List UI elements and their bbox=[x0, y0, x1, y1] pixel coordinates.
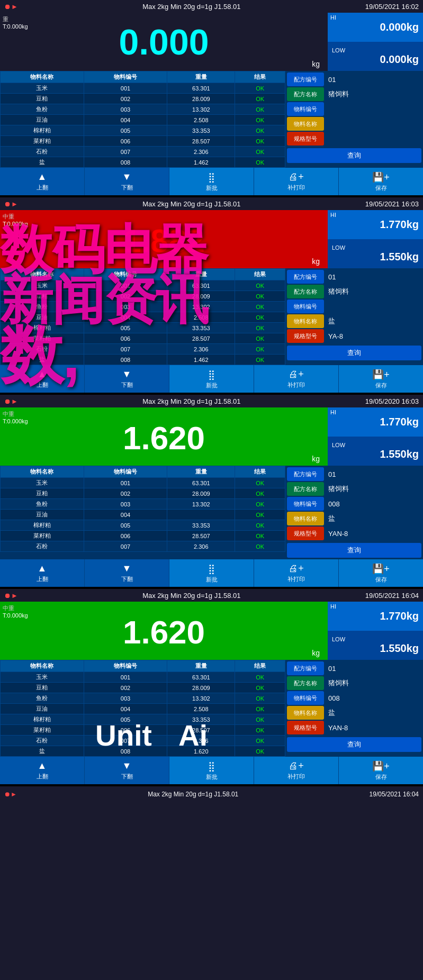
weight-area: 中重T:0.000kg1.882kgHI1.770kgLOW1.550kg bbox=[0, 210, 423, 268]
table-row: 盐0081.620OK bbox=[1, 746, 285, 757]
hi-label: HI bbox=[330, 14, 336, 21]
button-bar: ▲上翻▼下翻⣿新批🖨+补打印💾+保存 bbox=[0, 365, 423, 393]
btn-补打印[interactable]: 🖨+补打印 bbox=[254, 168, 339, 195]
table-cell: 2.306 bbox=[167, 147, 235, 157]
info-label: 配方名称 bbox=[287, 87, 324, 101]
table-cell: 28.507 bbox=[167, 725, 235, 736]
btn-上翻[interactable]: ▲上翻 bbox=[0, 365, 85, 393]
table-cell: 33.353 bbox=[167, 520, 235, 531]
info-row-0: 配方编号01 bbox=[287, 72, 421, 86]
button-label: 补打印 bbox=[287, 773, 305, 781]
btn-补打印[interactable]: 🖨+补打印 bbox=[254, 559, 339, 587]
data-table: 物料名称物料编号重量结果玉米00163.301OK豆粕00228.009OK鱼粉… bbox=[0, 268, 285, 365]
table-cell: OK bbox=[235, 714, 285, 725]
datetime: 19/05/2020 16:03 bbox=[365, 397, 419, 405]
status-indicator: ⏺► bbox=[4, 3, 18, 11]
button-bar: ▲上翻▼下翻⣿新批🖨+补打印💾+保存 bbox=[0, 559, 423, 587]
status-left: ⏺► bbox=[4, 791, 17, 798]
table-row: 鱼粉00313.302OK bbox=[1, 499, 285, 510]
table-cell: 豆油 bbox=[1, 115, 84, 125]
table-row: 盐0081.462OK bbox=[1, 355, 285, 365]
weight-main: 中重T:0.000kg1.620kg bbox=[0, 602, 328, 660]
table-cell: 玉米 bbox=[1, 83, 84, 94]
table-header: 物料编号 bbox=[84, 466, 167, 478]
btn-补打印[interactable]: 🖨+补打印 bbox=[254, 365, 339, 393]
info-row-2: 物料编号008 bbox=[287, 497, 421, 511]
table-row: 豆油0042.508OK bbox=[1, 704, 285, 714]
btn-新批[interactable]: ⣿新批 bbox=[169, 168, 254, 195]
btn-保存[interactable]: 💾+保存 bbox=[339, 757, 423, 784]
query-button[interactable]: 查询 bbox=[287, 543, 421, 558]
weight-unit: kg bbox=[5, 455, 322, 463]
info-row-2: 物料编号 bbox=[287, 102, 421, 116]
scale-info: Max 2kg Min 20g d=1g J1.58.01 bbox=[142, 200, 240, 208]
zero-label: 中重 bbox=[3, 604, 14, 612]
info-row-2: 物料编号 bbox=[287, 300, 421, 313]
btn-新批[interactable]: ⣿新批 bbox=[169, 365, 254, 393]
button-icon: ⣿ bbox=[208, 563, 215, 575]
zero-label: 重 bbox=[3, 15, 8, 23]
btn-保存[interactable]: 💾+保存 bbox=[339, 559, 423, 587]
info-value: 猪饲料 bbox=[326, 89, 421, 99]
table-cell: 008 bbox=[84, 746, 167, 757]
hi-value: 1.770kg bbox=[332, 416, 419, 428]
table-area: 物料名称物料编号重量结果玉米00163.301OK豆粕00228.009OK鱼粉… bbox=[0, 71, 423, 168]
btn-补打印[interactable]: 🖨+补打印 bbox=[254, 757, 339, 784]
table-cell: OK bbox=[235, 125, 285, 136]
btn-下翻[interactable]: ▼下翻 bbox=[85, 559, 169, 587]
low-value: 1.550kg bbox=[332, 251, 419, 263]
info-value: YAN-8 bbox=[326, 724, 421, 732]
info-value: 盐 bbox=[326, 316, 421, 326]
table-cell: 玉米 bbox=[1, 280, 84, 291]
info-value: YAN-8 bbox=[326, 530, 421, 538]
table-cell: OK bbox=[235, 291, 285, 302]
query-button[interactable]: 查询 bbox=[287, 737, 421, 752]
table-cell: 棉籽粕 bbox=[1, 323, 84, 333]
table-row: 鱼粉00313.302OK bbox=[1, 104, 285, 115]
info-row-4: 规格型号YA-8 bbox=[287, 329, 421, 343]
info-row-3: 物料名称盐 bbox=[287, 314, 421, 328]
btn-新批[interactable]: ⣿新批 bbox=[169, 757, 254, 784]
table-cell: OK bbox=[235, 725, 285, 736]
query-button[interactable]: 查询 bbox=[287, 346, 421, 360]
hi-label: HI bbox=[330, 212, 336, 218]
btn-下翻[interactable]: ▼下翻 bbox=[85, 168, 169, 195]
table-cell: 2.306 bbox=[167, 541, 235, 552]
table-cell: 豆粕 bbox=[1, 488, 84, 499]
table-row: 石粉0072.306OK bbox=[1, 736, 285, 746]
table-cell: 2.508 bbox=[167, 704, 235, 714]
status-indicator: ⏺► bbox=[4, 200, 18, 208]
info-row-4: 规格型号 bbox=[287, 132, 421, 146]
table-header: 物料编号 bbox=[84, 269, 167, 280]
info-value: YA-8 bbox=[326, 332, 421, 340]
btn-保存[interactable]: 💾+保存 bbox=[339, 365, 423, 393]
table-cell: OK bbox=[235, 499, 285, 510]
table-header: 结果 bbox=[235, 466, 285, 478]
btn-上翻[interactable]: ▲上翻 bbox=[0, 757, 85, 784]
info-value: 01 bbox=[326, 76, 421, 84]
btn-下翻[interactable]: ▼下翻 bbox=[85, 365, 169, 393]
table-cell: 菜籽粕 bbox=[1, 725, 84, 736]
weight-value: 1.620 bbox=[5, 616, 322, 649]
btn-保存[interactable]: 💾+保存 bbox=[339, 168, 423, 195]
table-row: 豆油0042.508OK bbox=[1, 115, 285, 125]
table-header: 物料名称 bbox=[1, 269, 84, 280]
table-cell: 盐 bbox=[1, 746, 84, 757]
table-cell: 石粉 bbox=[1, 541, 84, 552]
query-button[interactable]: 查询 bbox=[287, 148, 421, 163]
hi-section: HI1.770kg bbox=[328, 407, 423, 437]
table-cell: 63.301 bbox=[167, 280, 235, 291]
btn-下翻[interactable]: ▼下翻 bbox=[85, 757, 169, 784]
hi-low-area: HI1.770kgLOW1.550kg bbox=[328, 407, 423, 466]
button-icon: ▼ bbox=[122, 171, 132, 183]
btn-上翻[interactable]: ▲上翻 bbox=[0, 559, 85, 587]
btn-新批[interactable]: ⣿新批 bbox=[169, 559, 254, 587]
button-icon: 💾+ bbox=[372, 369, 390, 380]
table-row: 棉籽粕00533.353OK bbox=[1, 323, 285, 333]
table-cell: 001 bbox=[84, 280, 167, 291]
table-row: 豆粕00228.009OK bbox=[1, 291, 285, 302]
btn-上翻[interactable]: ▲上翻 bbox=[0, 168, 85, 195]
table-row: 棉籽粕00533.353OK bbox=[1, 714, 285, 725]
table-cell: 003 bbox=[84, 302, 167, 312]
table-cell: 005 bbox=[84, 323, 167, 333]
